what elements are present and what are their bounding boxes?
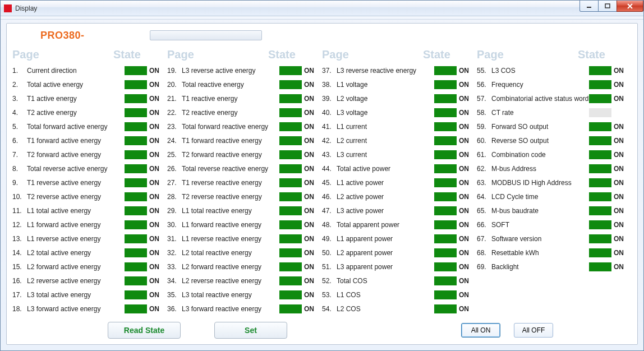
state-label: ON xyxy=(149,263,164,271)
state-toggle[interactable] xyxy=(434,262,457,271)
state-toggle[interactable] xyxy=(125,262,147,271)
set-button[interactable]: Set xyxy=(214,322,287,339)
state-toggle[interactable] xyxy=(589,122,611,131)
row-number: 54. xyxy=(322,305,337,313)
state-toggle[interactable] xyxy=(279,150,302,159)
state-toggle[interactable] xyxy=(125,234,147,243)
state-toggle[interactable] xyxy=(125,122,147,131)
page-row: 5.Total forward active energyON xyxy=(12,119,164,133)
state-toggle[interactable] xyxy=(125,94,147,103)
state-toggle[interactable] xyxy=(279,192,302,201)
state-toggle[interactable] xyxy=(279,206,302,215)
state-toggle[interactable] xyxy=(279,94,302,103)
state-toggle[interactable] xyxy=(279,136,302,145)
all-off-button[interactable]: All OFF xyxy=(514,323,553,338)
state-toggle[interactable] xyxy=(434,150,457,159)
state-toggle[interactable] xyxy=(589,108,611,117)
state-toggle[interactable] xyxy=(589,220,611,229)
state-toggle[interactable] xyxy=(589,248,611,257)
state-label: ON xyxy=(614,67,628,75)
state-toggle[interactable] xyxy=(125,66,147,75)
state-toggle[interactable] xyxy=(434,136,457,145)
state-toggle[interactable] xyxy=(279,108,302,117)
row-label: L3 active power xyxy=(337,207,434,215)
state-toggle[interactable] xyxy=(279,66,302,75)
row-number: 6. xyxy=(12,137,27,145)
state-toggle[interactable] xyxy=(589,94,611,103)
state-toggle[interactable] xyxy=(125,304,147,313)
state-toggle[interactable] xyxy=(125,276,147,285)
state-toggle[interactable] xyxy=(125,80,147,89)
row-label: L2 reverse reactive energy xyxy=(182,277,279,285)
state-toggle[interactable] xyxy=(434,290,457,299)
state-toggle[interactable] xyxy=(434,276,457,285)
state-toggle[interactable] xyxy=(589,206,611,215)
state-toggle[interactable] xyxy=(434,122,457,131)
state-toggle[interactable] xyxy=(434,192,457,201)
row-number: 13. xyxy=(12,235,27,243)
state-toggle[interactable] xyxy=(434,248,457,257)
row-label: SOFT xyxy=(491,221,589,229)
state-toggle[interactable] xyxy=(589,150,611,159)
state-toggle[interactable] xyxy=(589,136,611,145)
page-row: 34.L2 reverse reactive energyON xyxy=(167,274,319,288)
row-number: 9. xyxy=(12,179,27,187)
state-toggle[interactable] xyxy=(434,80,457,89)
row-label: L3 voltage xyxy=(337,109,434,117)
state-toggle[interactable] xyxy=(589,234,611,243)
state-toggle[interactable] xyxy=(279,304,302,313)
state-toggle[interactable] xyxy=(125,150,147,159)
state-toggle[interactable] xyxy=(125,220,147,229)
state-toggle[interactable] xyxy=(279,80,302,89)
state-toggle[interactable] xyxy=(279,220,302,229)
state-toggle[interactable] xyxy=(589,164,611,173)
state-toggle[interactable] xyxy=(125,136,147,145)
state-toggle[interactable] xyxy=(434,66,457,75)
state-toggle[interactable] xyxy=(434,220,457,229)
state-toggle[interactable] xyxy=(125,164,147,173)
state-toggle[interactable] xyxy=(279,178,302,187)
state-toggle[interactable] xyxy=(434,94,457,103)
state-toggle[interactable] xyxy=(125,108,147,117)
state-toggle[interactable] xyxy=(279,164,302,173)
state-toggle[interactable] xyxy=(434,304,457,313)
state-toggle[interactable] xyxy=(125,206,147,215)
state-toggle[interactable] xyxy=(434,178,457,187)
read-state-button[interactable]: Read State xyxy=(108,322,181,339)
page-row: 53.L1 COSON xyxy=(322,288,473,302)
state-toggle[interactable] xyxy=(279,234,302,243)
state-toggle[interactable] xyxy=(125,290,147,299)
state-toggle[interactable] xyxy=(279,276,302,285)
row-label: T2 forward active energy xyxy=(27,151,125,159)
state-toggle[interactable] xyxy=(589,192,611,201)
row-number: 47. xyxy=(322,207,337,215)
state-toggle[interactable] xyxy=(279,262,302,271)
state-toggle[interactable] xyxy=(125,192,147,201)
state-toggle[interactable] xyxy=(589,178,611,187)
close-button[interactable] xyxy=(617,1,643,12)
state-toggle[interactable] xyxy=(589,80,611,89)
page-row: 56.FrequencyON xyxy=(477,77,628,91)
state-toggle[interactable] xyxy=(434,108,457,117)
state-toggle[interactable] xyxy=(589,66,611,75)
state-toggle[interactable] xyxy=(279,248,302,257)
row-label: L1 COS xyxy=(337,291,434,299)
row-label: L3 reverse active energy xyxy=(182,67,279,75)
state-label: ON xyxy=(459,305,473,313)
state-toggle[interactable] xyxy=(589,262,611,271)
row-label: L2 COS xyxy=(337,305,434,313)
state-toggle[interactable] xyxy=(279,290,302,299)
maximize-button[interactable] xyxy=(598,1,617,12)
state-toggle[interactable] xyxy=(125,248,147,257)
row-label: T2 reverse active energy xyxy=(27,193,125,201)
product-suffix-input[interactable] xyxy=(102,29,133,41)
state-toggle[interactable] xyxy=(125,178,147,187)
state-toggle[interactable] xyxy=(434,206,457,215)
all-on-button[interactable]: All ON xyxy=(461,323,500,338)
state-toggle[interactable] xyxy=(434,234,457,243)
row-number: 23. xyxy=(167,123,182,131)
minimize-button[interactable] xyxy=(579,1,599,12)
state-label: ON xyxy=(304,235,319,243)
state-toggle[interactable] xyxy=(434,164,457,173)
state-toggle[interactable] xyxy=(279,122,302,131)
